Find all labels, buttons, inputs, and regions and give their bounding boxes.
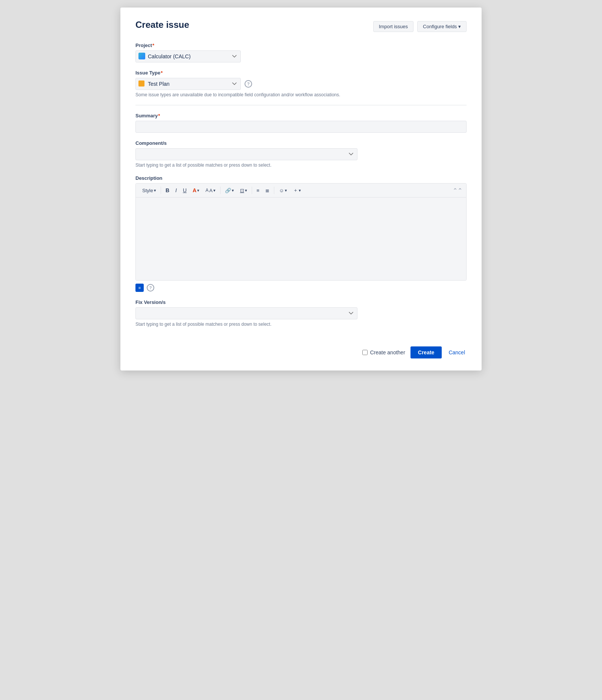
summary-input[interactable] <box>135 121 467 133</box>
doc-icon: ≡ <box>135 284 144 292</box>
toolbar-link-button[interactable]: 🔗 ▾ <box>222 187 237 194</box>
toolbar-numbered-list-button[interactable]: ≣ <box>263 187 272 194</box>
issue-type-help-icon[interactable]: ? <box>245 80 252 88</box>
toolbar-bold-button[interactable]: B <box>163 186 172 194</box>
toolbar-italic-button[interactable]: I <box>173 186 179 194</box>
component-select[interactable] <box>135 148 357 160</box>
link-icon: 🔗 <box>225 188 231 193</box>
toolbar-separator-2 <box>220 187 220 194</box>
toolbar-underline-button[interactable]: U <box>180 186 189 194</box>
toolbar-font-size-button[interactable]: AA ▾ <box>203 187 218 194</box>
section-divider <box>135 105 467 105</box>
insert-chevron-icon: ▾ <box>299 188 301 193</box>
issue-type-field-section: Issue Type* Test Plan ? Some issue types… <box>135 70 467 97</box>
create-issue-modal: Create issue Import issues Configure fie… <box>120 8 482 370</box>
toolbar-text-color-button[interactable]: A ▾ <box>190 186 202 194</box>
fontsize-chevron-icon: ▾ <box>213 188 216 193</box>
editor-expand-icon[interactable]: ⌃⌃ <box>453 187 462 194</box>
issue-type-help-text: Some issue types are unavailable due to … <box>135 92 467 97</box>
summary-label: Summary* <box>135 113 467 118</box>
toolbar-style-button[interactable]: Style ▾ <box>140 187 159 194</box>
modal-header: Create issue Import issues Configure fie… <box>135 20 467 32</box>
summary-required-star: * <box>158 113 160 118</box>
project-label: Project* <box>135 43 467 48</box>
import-issues-button[interactable]: Import issues <box>373 21 413 32</box>
toolbar-table-button[interactable]: ⊡ ▾ <box>237 187 250 194</box>
issue-type-select-wrapper: Test Plan <box>135 78 241 90</box>
description-label: Description <box>135 175 467 181</box>
style-chevron-icon: ▾ <box>154 188 156 193</box>
fix-version-field-section: Fix Version/s Start typing to get a list… <box>135 299 467 327</box>
toolbar-emoji-button[interactable]: ☺ ▾ <box>276 187 289 194</box>
project-select[interactable]: Calculator (CALC) <box>135 50 241 62</box>
create-another-label[interactable]: Create another <box>362 349 405 355</box>
numbered-list-icon: ≣ <box>265 188 269 193</box>
toolbar-separator-3 <box>252 187 252 194</box>
issue-type-select[interactable]: Test Plan <box>135 78 241 90</box>
create-button[interactable]: Create <box>410 346 442 358</box>
description-editor: Style ▾ B I U A ▾ AA ▾ 🔗 ▾ <box>135 183 467 281</box>
issue-type-label: Issue Type* <box>135 70 467 76</box>
description-field-section: Description Style ▾ B I U A ▾ AA ▾ <box>135 175 467 292</box>
component-field-section: Component/s Start typing to get a list o… <box>135 140 467 168</box>
fix-version-label: Fix Version/s <box>135 299 467 305</box>
toolbar-separator-1 <box>161 187 161 194</box>
cancel-button[interactable]: Cancel <box>447 346 467 358</box>
emoji-chevron-icon: ▾ <box>285 188 287 193</box>
toolbar-color-a-icon: A <box>193 187 196 193</box>
summary-field-section: Summary* <box>135 113 467 133</box>
modal-title: Create issue <box>135 20 189 30</box>
toolbar-separator-4 <box>274 187 274 194</box>
fix-version-select[interactable] <box>135 307 357 319</box>
color-chevron-icon: ▾ <box>197 188 199 193</box>
form-footer: Create another Create Cancel <box>135 339 467 358</box>
create-another-checkbox[interactable] <box>362 350 368 355</box>
toolbar-bullet-list-button[interactable]: ≡ <box>254 187 262 194</box>
editor-toolbar: Style ▾ B I U A ▾ AA ▾ 🔗 ▾ <box>136 184 466 197</box>
emoji-icon: ☺ <box>279 188 284 193</box>
description-below: ≡ ? <box>135 284 467 292</box>
issue-type-required-star: * <box>161 70 163 76</box>
bullet-list-icon: ≡ <box>257 188 260 193</box>
link-chevron-icon: ▾ <box>232 188 234 193</box>
configure-fields-button[interactable]: Configure fields ▾ <box>417 21 467 32</box>
toolbar-insert-button[interactable]: ＋ ▾ <box>290 186 304 195</box>
description-help-icon[interactable]: ? <box>147 284 154 292</box>
fix-version-hint: Start typing to get a list of possible m… <box>135 322 467 327</box>
issue-type-wrapper: Test Plan ? <box>135 78 467 90</box>
insert-plus-icon: ＋ <box>293 187 298 194</box>
project-required-star: * <box>152 43 154 48</box>
project-field-section: Project* Calculator (CALC) <box>135 43 467 62</box>
table-icon: ⊡ <box>240 188 244 193</box>
table-chevron-icon: ▾ <box>245 188 247 193</box>
component-hint: Start typing to get a list of possible m… <box>135 162 467 168</box>
project-select-wrapper: Calculator (CALC) <box>135 50 241 62</box>
header-actions: Import issues Configure fields ▾ <box>373 21 467 32</box>
description-editor-body[interactable] <box>136 197 466 280</box>
component-label: Component/s <box>135 140 467 146</box>
